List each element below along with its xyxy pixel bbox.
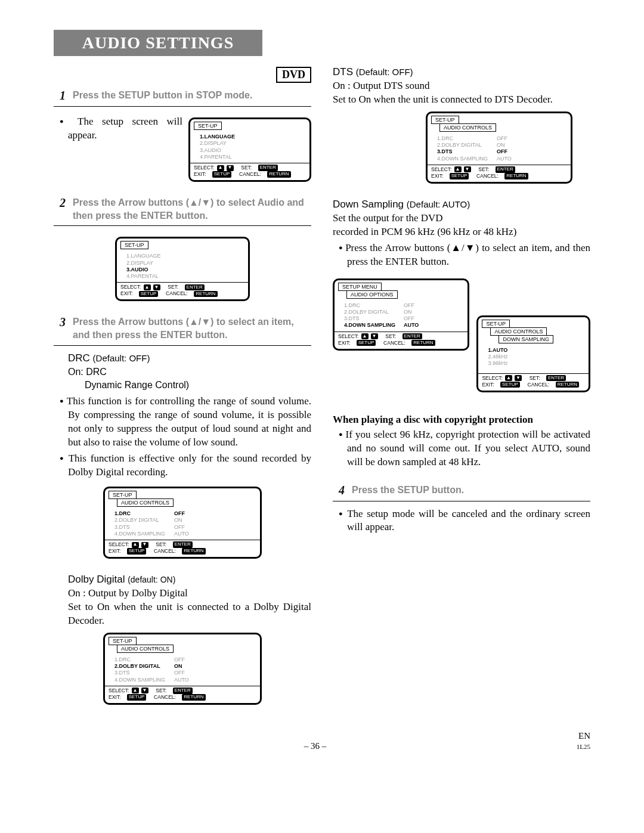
osd-audio-drc: SET-UP AUDIO CONTROLS 1.DRCOFF 2.DOLBY D…	[103, 487, 262, 559]
step-4: 4 Press the SETUP button.	[333, 478, 590, 501]
osd-audio-options: SETUP MENU AUDIO OPTIONS 1.DRCOFF 2.DOLB…	[333, 278, 469, 351]
osd-audio-dolby: SET-UP AUDIO CONTROLS 1.DRCOFF 2.DOLBY D…	[103, 633, 262, 705]
copyright-heading: When playing a disc with copyright prote…	[333, 414, 590, 426]
left-column: DVD 1 Press the SETUP button in STOP mod…	[54, 62, 311, 713]
copyright-p: If you select 96 kHz, copyright protecti…	[347, 428, 590, 469]
step-2: 2 Press the Arrow buttons (▲/▼) to selec…	[54, 190, 311, 226]
step4-body: The setup mode will be canceled and the …	[347, 507, 590, 535]
page-title: AUDIO SETTINGS	[54, 30, 262, 56]
osd-down-sampling: SET-UP AUDIO CONTROLS DOWN SAMPLING 1.AU…	[476, 315, 590, 392]
dvd-badge: DVD	[276, 67, 311, 83]
step-3: 3 Press the Arrow buttons (▲/▼) to selec…	[54, 309, 311, 345]
drc-p1: This function is for controlling the ran…	[68, 395, 311, 450]
page-number: – 36 –	[304, 741, 327, 751]
osd-audio-dts: SET-UP AUDIO CONTROLS 1.DRCOFF 2.DOLBY D…	[426, 112, 572, 184]
drc-p2: This function is effective only for the …	[68, 452, 311, 479]
step-number: 1	[54, 89, 66, 103]
osd-main-2: SET-UP 1.LANGUAGE 2.DISPLAY 3.AUDIO 4.PA…	[115, 237, 250, 301]
osd-footer: SELECT:▲▼ SET: ENTER EXIT: SETUP CANCEL:…	[190, 163, 309, 179]
down-bullet: Press the Arrow buttons (▲/▼) to select …	[347, 241, 590, 269]
manual-page: AUDIO SETTINGS DVD 1 Press the SETUP but…	[0, 0, 644, 775]
step1-body: The setup screen will appear.	[68, 115, 182, 143]
page-footer: – 36 – EN 1L25	[54, 731, 590, 751]
right-column: DTS (Default: OFF) On : Output DTS sound…	[333, 62, 590, 713]
step-1: 1 Press the SETUP button in STOP mode.	[54, 83, 311, 107]
osd-main-1: SET-UP 1.LANGUAGE 2.DISPLAY 3.AUDIO 4.PA…	[188, 117, 311, 182]
step-text: Press the SETUP button in STOP mode.	[73, 89, 311, 103]
